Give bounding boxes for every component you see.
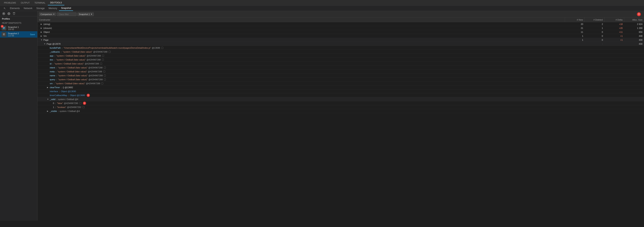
row-vm[interactable]: Vm 1 0 +1 448 xyxy=(38,34,644,38)
row-object-new: 11 xyxy=(565,31,585,33)
tab-network[interactable]: Network xyxy=(22,6,34,11)
tab-output[interactable]: OUTPUT xyxy=(18,0,32,5)
heap-snapshots-title: HEAP SNAPSHOTS xyxy=(0,21,37,25)
timercallbackmap-badge-5: 5 xyxy=(87,94,90,97)
bundlepath-link-icon[interactable] xyxy=(161,47,163,49)
valid-0-link-icon[interactable] xyxy=(79,102,81,104)
stop-button[interactable] xyxy=(7,12,11,16)
row-valid[interactable]: _valid :: system / Oddball @4 xyxy=(38,97,644,101)
expand-vm-icon xyxy=(41,35,43,37)
meta-link-icon[interactable] xyxy=(103,71,105,73)
toolbar: Comparison ▼ Snapshot 1 ▼ 3 xyxy=(38,11,644,18)
row-id[interactable]: id :: "system / Oddball (fake value)" @4… xyxy=(38,62,644,66)
top-tabs-bar: PROBLEMS OUTPUT TERMINAL DEVTOOLS xyxy=(0,0,644,6)
comparison-select[interactable]: Comparison ▼ xyxy=(39,13,56,16)
row-object[interactable]: Object 11 0 +11 656 xyxy=(38,30,644,34)
bundlepath-val: "/Users/daniel/MultiDeviceProjects/memle… xyxy=(64,47,151,49)
profiles-title: Profiles xyxy=(0,17,37,21)
row-object-size: 656 xyxy=(624,31,644,33)
row-page-13678-size: 430 xyxy=(624,43,644,45)
valid-1-val: "boolean" xyxy=(57,106,66,108)
valid-1-idx: 1 xyxy=(53,106,54,108)
svg-point-1 xyxy=(3,13,4,14)
timercallbackmap-val: Object @13680 xyxy=(70,94,85,97)
snapshot-select[interactable]: Snapshot 1 ▼ xyxy=(78,13,94,16)
row-valid-1[interactable]: 1 :: "boolean" @4294967292 xyxy=(38,105,644,109)
name-val: "system / Oddball (fake value)" xyxy=(58,74,88,77)
valid-1-link-icon[interactable] xyxy=(82,106,84,108)
object-label-text: Object xyxy=(44,31,50,33)
vm2-link-icon[interactable] xyxy=(101,82,103,84)
row-page[interactable]: Page 1 0 +1 430 xyxy=(38,38,644,42)
row-app-label: app :: "system / Oddball (fake value)" @… xyxy=(38,55,565,57)
page-label-text: Page xyxy=(44,39,48,41)
intent-prop: intent xyxy=(50,66,55,69)
tab-devtools[interactable]: DEVTOOLS xyxy=(48,0,64,5)
cleartimer-val: () @13682 xyxy=(63,86,73,89)
save-button[interactable]: Save xyxy=(29,33,36,36)
row-doc-label: doc :: "system / Oddball (fake value)" @… xyxy=(38,59,565,61)
closure-label-text: (closure) xyxy=(44,27,52,29)
row-page-13678[interactable]: Page @13678 · 430 xyxy=(38,42,644,46)
record-button[interactable] xyxy=(2,12,6,16)
id-link-icon[interactable] xyxy=(100,63,102,65)
row-meta[interactable]: meta :: "system / Oddball (fake value)" … xyxy=(38,70,644,74)
row-string-deleted: 2 xyxy=(585,23,604,25)
row-cleartimer[interactable]: clearTimer :: () @13682 xyxy=(38,85,644,89)
snapshot-1-info: Snapshot 1 109 kB xyxy=(8,26,36,31)
row-page-label: Page xyxy=(38,39,565,41)
query-link-icon[interactable] xyxy=(104,79,106,81)
expand-visible-icon xyxy=(47,110,49,112)
tab-problems[interactable]: PROBLEMS xyxy=(2,0,18,5)
intent-link-icon[interactable] xyxy=(104,67,106,69)
row-timercallbackmap[interactable]: timerCallbackMap :: Object @13680 5 xyxy=(38,93,644,97)
row-visible[interactable]: _visible :: system / Oddball @4 xyxy=(38,109,644,113)
snapshot-select-label: Snapshot 1 xyxy=(79,13,90,16)
class-filter-input[interactable] xyxy=(57,13,76,16)
row-interface[interactable]: interface :: Object @13690 xyxy=(38,89,644,93)
valid-prop: _valid xyxy=(50,98,56,100)
snapshot-item-2[interactable]: Snapshot 2 113 kB Save xyxy=(0,31,37,38)
snapshot-item-1[interactable]: 1 Snapshot 1 109 kB xyxy=(0,25,37,31)
tab-terminal[interactable]: TERMINAL xyxy=(32,0,48,5)
snapshot-1-badge: 1 xyxy=(1,25,4,28)
table-content: (string) 20 2 +18 2 624 (closure) 21 1 +… xyxy=(38,22,644,221)
row-interface-label: interface :: Object @13690 xyxy=(38,90,565,93)
nav-tabs-bar: ↖ Elements Network Storage Memory Snapsh… xyxy=(0,6,644,11)
valid-0-val: "false" xyxy=(57,102,63,104)
row-closure[interactable]: (closure) 21 1 +20 1 268 xyxy=(38,26,644,30)
header-deleted: # Deleted xyxy=(585,18,604,22)
row-closure-deleted: 1 xyxy=(585,27,604,29)
tab-storage[interactable]: Storage xyxy=(34,6,46,11)
row-app[interactable]: app :: "system / Oddball (fake value)" @… xyxy=(38,54,644,58)
tab-snapshot[interactable]: Snapshot xyxy=(59,6,73,11)
expand-object-icon xyxy=(41,31,43,33)
row-string-new: 20 xyxy=(565,23,585,25)
content-area: Comparison ▼ Snapshot 1 ▼ 3 Constructor … xyxy=(38,11,644,221)
timercallbackmap-prop: timerCallbackMap xyxy=(50,94,67,97)
valid-0-badge-4: 4 xyxy=(83,102,86,105)
name-link-icon[interactable] xyxy=(104,75,106,77)
row-string[interactable]: (string) 20 2 +18 2 624 xyxy=(38,22,644,26)
row-valid-0[interactable]: 0 :: "false" @4294967290 4 xyxy=(38,101,644,105)
row-intent[interactable]: intent :: "system / Oddball (fake value)… xyxy=(38,66,644,70)
row-closure-delta: +20 xyxy=(604,27,624,29)
tab-elements[interactable]: Elements xyxy=(8,6,22,11)
app-link-icon[interactable] xyxy=(102,55,104,57)
row-bundlepath[interactable]: bundlePath :: "/Users/daniel/MultiDevice… xyxy=(38,46,644,50)
row-string-delta: +18 xyxy=(604,23,624,25)
query-prop: query xyxy=(50,78,55,81)
doc-link-icon[interactable] xyxy=(102,59,104,61)
tab-memory[interactable]: Memory xyxy=(46,6,59,11)
row-doc[interactable]: doc :: "system / Oddball (fake value)" @… xyxy=(38,58,644,62)
row-vm2[interactable]: vm :: "system / Oddball (fake value)" @4… xyxy=(38,82,644,85)
expand-page-icon xyxy=(41,39,43,41)
row-page-new: 1 xyxy=(565,39,585,41)
clear-button[interactable] xyxy=(12,12,16,16)
row-name[interactable]: name :: "system / Oddball (fake value)" … xyxy=(38,74,644,78)
callbacks-link-icon[interactable] xyxy=(108,51,110,53)
row-callbacks[interactable]: _callbacks :: "system / Oddball (fake va… xyxy=(38,50,644,54)
cursor-icon[interactable]: ↖ xyxy=(4,7,6,10)
row-query[interactable]: query :: "system / Oddball (fake value)"… xyxy=(38,78,644,82)
header-delta: # Delta xyxy=(604,18,624,22)
